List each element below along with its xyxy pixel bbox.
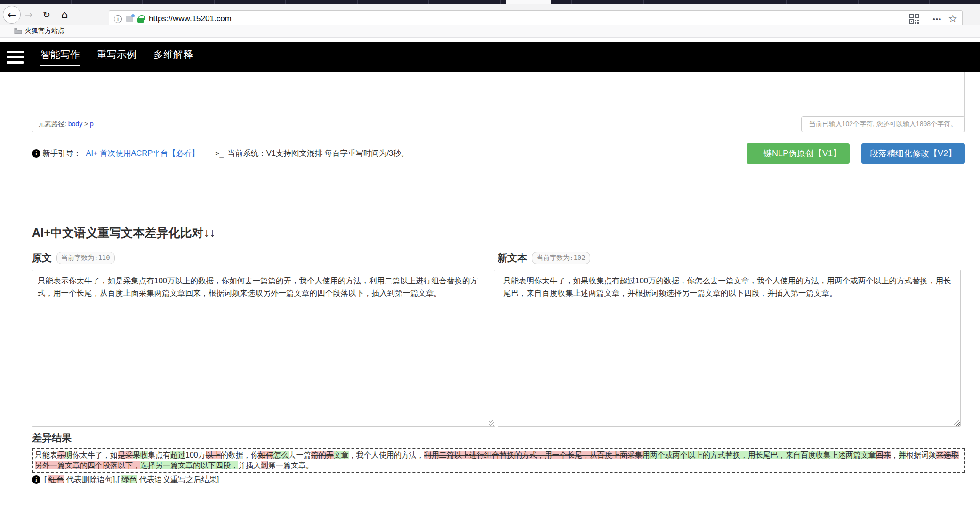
original-textarea-wrap: 只能表示你太牛了，如是采集点有100万以上的数据，你如何去一篇篇的弄，我个人使用… xyxy=(32,270,495,427)
info-icon: i xyxy=(32,475,40,484)
element-path-p-link[interactable]: p xyxy=(90,120,94,128)
diff-segment: 集点有 xyxy=(148,451,170,459)
diff-segment: 并 xyxy=(899,451,906,459)
page-actions-menu-icon[interactable]: ••• xyxy=(933,15,942,23)
legend-text: [ 红色 代表删除语句],[ 绿色 代表语义重写之后结果] xyxy=(44,475,219,485)
diff-segment: 去一篇 xyxy=(289,451,311,459)
char-count-status: 当前已输入102个字符, 您还可以输入1898个字符。 xyxy=(801,116,965,132)
diff-segment: 100万 xyxy=(185,451,206,459)
menu-item-smart-writing[interactable]: 智能写作 xyxy=(40,48,80,66)
diff-segment: 到 xyxy=(261,461,268,469)
diff-output: 只能表示明你太牛了，如是采果收集点有超过100万以上的数据，你如何怎么去一篇篇的… xyxy=(32,448,965,473)
diff-segment: 果收 xyxy=(133,451,148,459)
info-icon: i xyxy=(32,149,40,158)
qr-code-icon[interactable] xyxy=(909,14,919,24)
diff-heading: 差异结果 xyxy=(32,431,72,444)
diff-segment: 选择另一篇文章的以下四段， xyxy=(140,461,238,469)
new-text-label: 新文本 xyxy=(498,251,527,265)
diff-segment: 利用二篇以上进行组合替换的方式，用一个长尾，从百度上面采集 xyxy=(424,451,643,459)
element-path: 元素路径: body > p xyxy=(32,120,94,129)
original-textarea[interactable]: 只能表示你太牛了，如是采集点有100万以上的数据，你如何去一篇篇的弄，我个人使用… xyxy=(32,270,495,427)
diff-segment: 怎么 xyxy=(273,451,289,459)
legend-end: 代表语义重写之后结果] xyxy=(137,475,219,483)
diff-segment: 只能表 xyxy=(35,451,57,459)
hamburger-menu-icon[interactable] xyxy=(7,51,24,64)
urlbar-separator xyxy=(926,14,926,24)
menu-item-multidim-explain[interactable]: 多维解释 xyxy=(153,48,193,66)
diff-segment: 用两个或两个以上的方式替换，用长尾巴，来自百度收集上述两篇文章 xyxy=(643,451,876,459)
system-info: 当前系统：V1支持图文混排 每百字重写时间为/3秒。 xyxy=(227,148,409,159)
nlp-rewrite-button[interactable]: 一键NLP伪原创【V1】 xyxy=(747,143,850,164)
editor-area[interactable]: 元素路径: body > p 当前已输入102个字符, 您还可以输入1898个字… xyxy=(32,72,965,132)
site-menu: 智能写作 重写示例 多维解释 xyxy=(40,48,193,66)
original-label: 原文 xyxy=(32,251,52,265)
editor-status-bar: 元素路径: body > p 当前已输入102个字符, 您还可以输入1898个字… xyxy=(32,116,964,132)
new-charcount-badge: 当前字数为:102 xyxy=(532,252,590,264)
original-charcount-badge: 当前字数为:110 xyxy=(56,252,115,264)
legend-mid: 代表删除语句],[ xyxy=(64,475,121,483)
bookmark-label: 火狐官方站点 xyxy=(25,27,64,35)
terminal-prompt-icon: >_ xyxy=(215,149,224,158)
element-path-separator: > xyxy=(82,120,90,128)
guide-link[interactable]: AI+ 首次使用ACRP平台【必看】 xyxy=(86,148,200,159)
section-divider xyxy=(32,193,965,193)
forward-button[interactable]: → xyxy=(22,8,36,22)
diff-segment: 篇的弄 xyxy=(311,451,334,459)
bookmark-star-icon[interactable]: ☆ xyxy=(948,13,957,25)
home-button[interactable]: ⌂ xyxy=(57,8,72,22)
diff-segment: ， xyxy=(891,451,899,459)
folder-icon xyxy=(14,28,22,34)
reload-button[interactable]: ↻ xyxy=(40,8,54,22)
bookmark-item[interactable]: 火狐官方站点 xyxy=(14,27,64,35)
new-label-row: 新文本 当前字数为:102 xyxy=(498,251,590,265)
legend-red-swatch: 红色 xyxy=(48,475,64,483)
diff-segment: 是采 xyxy=(118,451,133,459)
diff-segment: 根据词频 xyxy=(906,451,936,459)
diff-segment: 以上 xyxy=(206,451,221,459)
new-textarea[interactable]: 只能表明你太牛了，如果收集点有超过100万的数据，你怎么去一篇文章，我个人使用的… xyxy=(498,270,961,427)
diff-segment: 明 xyxy=(65,451,72,459)
page-action-icon[interactable] xyxy=(126,16,133,22)
browser-window: ← → ↻ ⌂ i https://www.15201.com xyxy=(0,0,980,507)
site-navbar: 智能写作 重写示例 多维解释 xyxy=(0,42,980,72)
diff-segment: 超过 xyxy=(170,451,185,459)
diff-segment: 的数据，你 xyxy=(221,451,258,459)
diff-segment: 你太牛了，如 xyxy=(72,451,118,459)
browser-toolbar: ← → ↻ ⌂ i https://www.15201.com xyxy=(0,4,980,25)
guide-label: 新手引导： xyxy=(42,148,81,159)
diff-segment: 回来 xyxy=(876,451,891,459)
element-path-body-link[interactable]: body xyxy=(68,120,82,128)
diff-segment: 并插入 xyxy=(238,461,261,469)
diff-legend: i [ 红色 代表删除语句],[ 绿色 代表语义重写之后结果] xyxy=(32,475,219,485)
secure-lock-icon xyxy=(137,18,144,23)
diff-segment: 第一篇文章。 xyxy=(268,461,313,469)
menu-item-rewrite-examples[interactable]: 重写示例 xyxy=(97,48,137,66)
diff-segment: 文章 xyxy=(334,451,349,459)
bookmarks-bar: 火狐官方站点 xyxy=(0,25,980,38)
legend-green-swatch: 绿色 xyxy=(121,475,137,483)
diff-segment: 示 xyxy=(57,451,65,459)
new-textarea-wrap: 只能表明你太牛了，如果收集点有超过100万的数据，你怎么去一篇文章，我个人使用的… xyxy=(498,270,961,427)
diff-segment: ，我个人使用的方法， xyxy=(349,451,424,459)
browser-tab-strip[interactable] xyxy=(0,0,980,4)
compare-title: AI+中文语义重写文本差异化比对↓↓ xyxy=(32,225,216,241)
active-tab[interactable] xyxy=(506,0,551,4)
site-info-icon[interactable]: i xyxy=(114,15,122,23)
legend-open: [ xyxy=(44,475,48,483)
diff-segment: 如何 xyxy=(258,451,273,459)
original-label-row: 原文 当前字数为:110 xyxy=(32,251,115,265)
back-button[interactable]: ← xyxy=(3,6,21,24)
guide-row: i 新手引导： AI+ 首次使用ACRP平台【必看】 >_ 当前系统：V1支持图… xyxy=(32,141,965,166)
paragraph-refine-button[interactable]: 段落精细化修改【V2】 xyxy=(861,143,965,164)
url-text[interactable]: https://www.15201.com xyxy=(149,14,909,24)
element-path-label: 元素路径: xyxy=(38,120,66,128)
